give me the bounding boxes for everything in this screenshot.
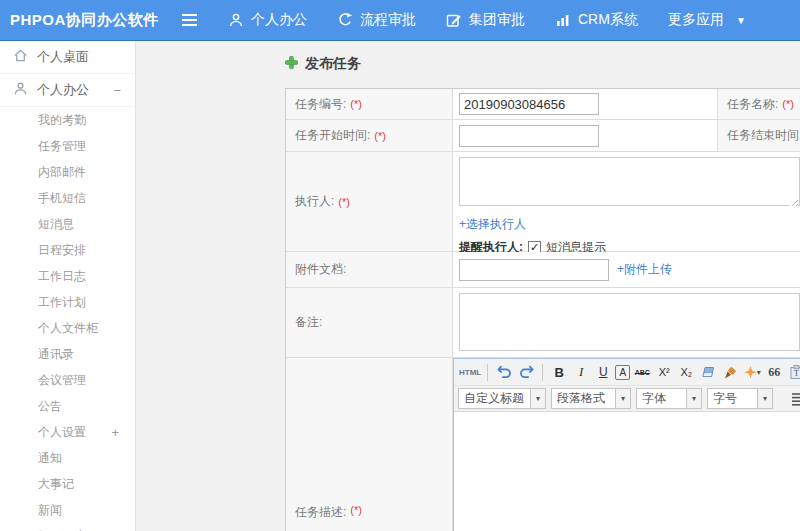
description-label: 任务描述:(*) — [286, 358, 453, 531]
form-row: 附件文档: +附件上传 — [286, 252, 800, 288]
expand-icon[interactable]: + — [111, 425, 119, 440]
custom-heading-select[interactable]: 自定义标题 ▾ — [458, 388, 546, 409]
executor-textarea[interactable] — [459, 157, 800, 206]
chevron-down-icon: ▾ — [757, 389, 772, 408]
chevron-down-icon[interactable]: ▼ — [736, 15, 746, 26]
editor-toolbar-row2: 自定义标题 ▾ 段落格式 ▾ 字体 ▾ — [454, 386, 800, 412]
sidebar-item[interactable]: 工作计划 — [0, 289, 135, 315]
sidebar-item[interactable]: 工作日志 — [0, 263, 135, 289]
sidebar-item[interactable]: 手机短信 — [0, 185, 135, 211]
sidebar: 个人桌面 个人办公 − 我的考勤 任务管理 — [0, 41, 136, 531]
menu-toggle-icon[interactable] — [182, 10, 202, 30]
nav-group-approval[interactable]: 集团审批 — [446, 11, 525, 29]
bar-chart-icon — [555, 12, 571, 28]
html-source-button[interactable]: HTML — [459, 362, 481, 382]
page-title: 发布任务 — [285, 55, 800, 73]
underline-button[interactable]: U — [593, 362, 613, 382]
sidebar-item[interactable]: 个人设置 + — [0, 419, 135, 445]
app-logo: PHPOA协同办公软件 — [0, 11, 182, 30]
remark-label: 备注: — [286, 288, 453, 357]
chevron-down-icon: ▾ — [757, 368, 761, 377]
attachment-label: 附件文档: — [286, 252, 453, 287]
font-style-button[interactable]: A — [615, 365, 630, 380]
strikethrough-button[interactable]: ABC — [632, 362, 652, 382]
chevron-down-icon: ▾ — [530, 389, 545, 408]
sidebar-item[interactable]: 新闻 — [0, 497, 135, 523]
sidebar-item[interactable]: 内部邮件 — [0, 159, 135, 185]
sidebar-item[interactable]: 通知 — [0, 445, 135, 471]
superscript-button[interactable]: X² — [654, 362, 674, 382]
attachment-upload-link[interactable]: +附件上传 — [617, 261, 672, 278]
attachment-input[interactable] — [459, 259, 609, 281]
process-cycle-icon — [337, 12, 353, 28]
chevron-down-icon: ▾ — [615, 389, 630, 408]
font-size-select[interactable]: 字号 ▾ — [707, 388, 773, 409]
italic-button[interactable]: I — [571, 362, 591, 382]
align-left-icon[interactable] — [789, 389, 800, 409]
sidebar-item[interactable]: 短消息 — [0, 211, 135, 237]
top-bar: PHPOA协同办公软件 个人办公 流程审批 集团审批 CRM系统 — [0, 0, 800, 41]
subscript-button[interactable]: X₂ — [676, 362, 696, 382]
rich-text-editor: HTML B I U — [453, 358, 800, 531]
eraser-icon[interactable] — [698, 362, 718, 382]
publish-task-form: 任务编号:(*) 任务名称:(*) 任务开始时间:(*) — [285, 88, 800, 531]
sidebar-item[interactable]: 大事记 — [0, 471, 135, 497]
choose-executor-link[interactable]: +选择执行人 — [459, 216, 526, 233]
form-row: 执行人:(*) +选择执行人 提醒执行人: ✓ 短消息提示 — [286, 152, 800, 252]
sidebar-item-personal-office[interactable]: 个人办公 − — [0, 74, 135, 107]
task-number-label: 任务编号:(*) — [286, 89, 453, 119]
executor-label: 执行人:(*) — [286, 152, 453, 251]
sidebar-item[interactable]: 日程安排 — [0, 237, 135, 263]
task-name-label: 任务名称:(*) — [718, 89, 800, 119]
main-content: 发布任务 任务编号:(*) 任务名称:(*) — [136, 41, 800, 531]
start-time-label: 任务开始时间:(*) — [286, 120, 453, 151]
home-icon — [13, 48, 28, 66]
sidebar-submenu: 我的考勤 任务管理 内部邮件 手机短信 — [0, 107, 135, 531]
form-row: 任务开始时间:(*) 任务结束时间:(*) — [286, 120, 800, 152]
sidebar-item[interactable]: 公告 — [0, 393, 135, 419]
editor-content-area[interactable] — [454, 412, 800, 531]
green-plus-icon — [285, 56, 298, 72]
form-row: 任务描述:(*) HTML — [286, 358, 800, 531]
start-time-input[interactable] — [459, 125, 599, 147]
sidebar-item-desktop[interactable]: 个人桌面 — [0, 41, 135, 74]
user-icon — [13, 81, 28, 99]
form-row: 备注: — [286, 288, 800, 358]
format-brush-icon[interactable] — [720, 362, 740, 382]
task-number-input[interactable] — [459, 93, 599, 115]
sidebar-item[interactable]: 任务管理 — [0, 133, 135, 159]
remark-textarea[interactable] — [459, 293, 800, 351]
bold-button[interactable]: B — [549, 362, 569, 382]
sidebar-item[interactable]: 个人文件柜 — [0, 315, 135, 341]
paragraph-format-select[interactable]: 段落格式 ▾ — [551, 388, 631, 409]
font-family-select[interactable]: 字体 ▾ — [636, 388, 702, 409]
nav-personal-office[interactable]: 个人办公 — [228, 11, 307, 29]
blockquote-button[interactable]: 66 — [764, 362, 784, 382]
redo-icon[interactable] — [516, 362, 536, 382]
app-window: PHPOA协同办公软件 个人办公 流程审批 集团审批 CRM系统 — [0, 0, 800, 531]
sidebar-item[interactable]: 会议管理 — [0, 367, 135, 393]
edit-square-icon — [446, 12, 462, 28]
magic-wand-icon[interactable]: ▾ — [742, 362, 762, 382]
sidebar-item[interactable]: 通讯录 — [0, 341, 135, 367]
nav-more-apps[interactable]: 更多应用 — [668, 11, 724, 29]
end-time-label: 任务结束时间:(*) — [718, 120, 800, 151]
collapse-icon[interactable]: − — [113, 83, 121, 98]
nav-crm-system[interactable]: CRM系统 — [555, 11, 638, 29]
svg-text:T: T — [794, 369, 799, 378]
form-row: 任务编号:(*) 任务名称:(*) — [286, 89, 800, 120]
editor-toolbar-row1: HTML B I U — [454, 359, 800, 386]
undo-icon[interactable] — [494, 362, 514, 382]
sidebar-item[interactable]: 投票调查 — [0, 523, 135, 531]
sidebar-item[interactable]: 我的考勤 — [0, 107, 135, 133]
nav-process-approval[interactable]: 流程审批 — [337, 11, 416, 29]
paste-clipboard-icon[interactable]: T — [786, 362, 800, 382]
user-icon — [228, 12, 244, 28]
chevron-down-icon: ▾ — [686, 389, 701, 408]
